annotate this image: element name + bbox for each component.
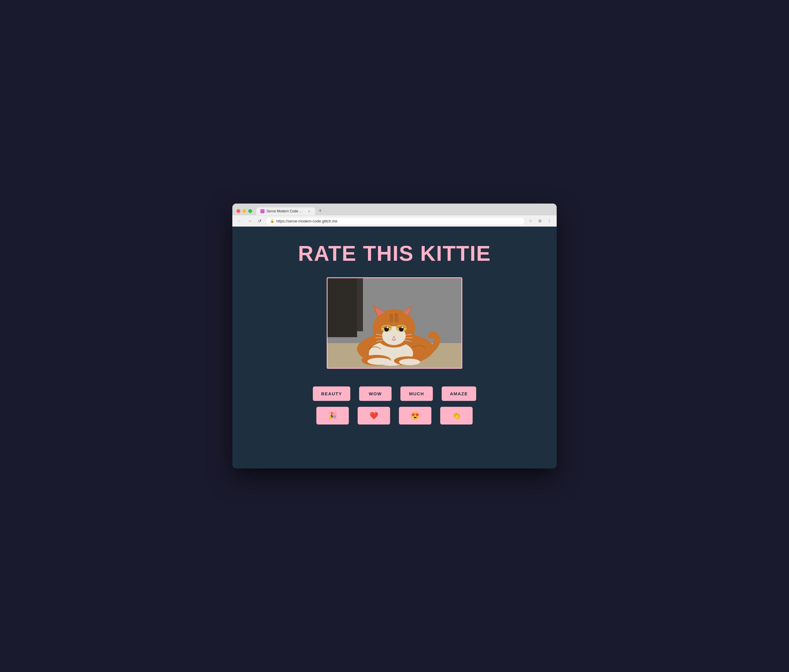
svg-point-8: [367, 358, 391, 365]
active-tab[interactable]: Serve Modern Code Glit... ✕: [256, 207, 315, 215]
traffic-lights: [236, 209, 252, 213]
address-bar[interactable]: 🔒 https://serve-modern-code.glitch.me: [266, 218, 524, 224]
browser-window: Serve Modern Code Glit... ✕ + ← → ↺ 🔒 ht…: [232, 203, 557, 469]
cat-image: [327, 277, 462, 369]
clap-emoji-button[interactable]: 👏: [440, 407, 473, 424]
url-text: https://serve-modern-code.glitch.me: [276, 219, 337, 223]
back-button[interactable]: ←: [236, 217, 244, 225]
heart-emoji-button[interactable]: ❤️: [358, 407, 390, 424]
address-bar-row: ← → ↺ 🔒 https://serve-modern-code.glitch…: [232, 215, 557, 227]
bookmark-button[interactable]: ☆: [527, 217, 534, 225]
close-window-button[interactable]: [236, 209, 240, 213]
much-button[interactable]: MUCH: [400, 386, 433, 401]
tab-close-button[interactable]: ✕: [307, 209, 311, 213]
beauty-button[interactable]: BEAUTY: [313, 386, 350, 401]
tabs: Serve Modern Code Glit... ✕ +: [256, 207, 553, 215]
menu-button[interactable]: ⋮: [545, 217, 553, 225]
svg-rect-14: [395, 313, 398, 322]
svg-rect-13: [390, 314, 393, 322]
forward-button[interactable]: →: [246, 217, 254, 225]
lock-icon: 🔒: [270, 219, 275, 223]
emoji-buttons-row: 🎉 ❤️ 😍 👏: [316, 407, 473, 424]
reload-button[interactable]: ↺: [256, 217, 264, 225]
page-content: RATE THIS KITTIE: [232, 227, 557, 469]
tab-label: Serve Modern Code Glit...: [267, 209, 305, 213]
browser-actions: ☆ ⚙ ⋮: [527, 217, 553, 225]
minimize-window-button[interactable]: [242, 209, 246, 213]
rating-buttons-row: BEAUTY WOW MUCH AMAZE: [313, 386, 476, 401]
cat-svg: [327, 278, 462, 368]
svg-point-23: [387, 326, 389, 328]
title-bar: Serve Modern Code Glit... ✕ +: [232, 203, 557, 215]
fullscreen-window-button[interactable]: [248, 209, 252, 213]
svg-point-10: [399, 359, 420, 365]
amaze-button[interactable]: AMAZE: [442, 386, 476, 401]
new-tab-button[interactable]: +: [316, 207, 324, 214]
wow-button[interactable]: WOW: [359, 386, 391, 401]
heart-eyes-emoji-button[interactable]: 😍: [399, 407, 431, 424]
extensions-button[interactable]: ⚙: [536, 217, 544, 225]
svg-point-24: [402, 326, 403, 328]
page-title: RATE THIS KITTIE: [298, 241, 491, 266]
browser-chrome: Serve Modern Code Glit... ✕ + ← → ↺ 🔒 ht…: [232, 203, 557, 227]
tab-favicon: [260, 209, 265, 213]
sparkle-emoji-button[interactable]: 🎉: [316, 407, 349, 424]
cat-placeholder: [327, 278, 462, 368]
svg-rect-4: [327, 278, 357, 337]
